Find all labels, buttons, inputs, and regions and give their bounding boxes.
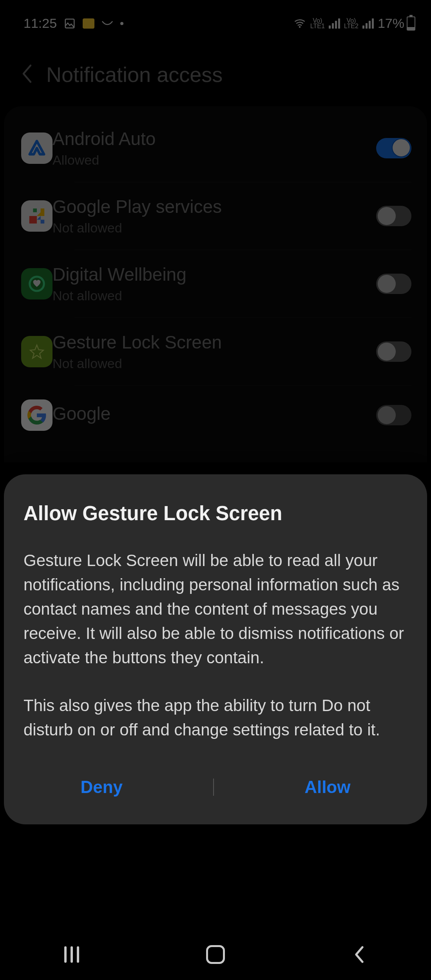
toggle-play-services[interactable] [376,206,411,226]
nav-recents-button[interactable] [60,943,83,966]
dialog-para1: Gesture Lock Screen will be able to read… [24,548,407,670]
toggle-wellbeing[interactable] [376,274,411,294]
allow-button[interactable]: Allow [281,766,374,809]
wellbeing-icon [21,268,53,299]
mail-notif-icon [83,18,94,29]
signal2-icon [362,18,374,29]
volte1-icon: Vo)LTE1 [310,18,325,29]
dialog-title: Allow Gesture Lock Screen [24,502,407,525]
google-icon [21,399,53,431]
dialog-separator [213,779,214,796]
app-name: Google [53,403,376,424]
nav-home-button[interactable] [204,943,227,966]
app-list: Android Auto Allowed Google Play service… [4,106,427,462]
play-services-icon [21,200,53,232]
dialog-body: Gesture Lock Screen will be able to read… [24,548,407,742]
toggle-gesture-lock[interactable] [376,341,411,362]
app-row-play-services[interactable]: Google Play services Not allowed [4,182,427,250]
battery-indicator: 17% [378,16,415,31]
app-name: Google Play services [53,196,376,217]
toggle-android-auto[interactable] [376,138,411,158]
toggle-google[interactable] [376,405,411,425]
app-status: Not allowed [53,288,376,303]
gesture-lock-icon [21,336,53,367]
deny-button[interactable]: Deny [57,766,147,809]
permission-dialog: Allow Gesture Lock Screen Gesture Lock S… [4,474,427,824]
image-notif-icon [63,17,76,30]
signal1-icon [329,18,340,29]
app-row-android-auto[interactable]: Android Auto Allowed [4,114,427,182]
navigation-bar [0,929,431,980]
clock: 11:25 [24,16,57,31]
app-status: Not allowed [53,220,376,236]
wifi-icon [293,17,306,30]
svg-point-1 [299,26,301,28]
app-row-google[interactable]: Google [4,385,427,462]
page-title: Notification access [46,62,223,87]
app-name: Digital Wellbeing [53,264,376,285]
amazon-notif-icon [101,17,114,30]
nav-back-button[interactable] [348,943,371,966]
app-row-wellbeing[interactable]: Digital Wellbeing Not allowed [4,250,427,318]
app-name: Gesture Lock Screen [53,332,376,353]
app-status: Not allowed [53,356,376,371]
dialog-actions: Deny Allow [24,766,407,809]
android-auto-icon [21,132,53,164]
page-header: Notification access [0,31,431,106]
back-button[interactable] [20,63,34,86]
app-status: Allowed [53,152,376,168]
more-notif-dot [120,22,123,25]
dialog-para2: This also gives the app the ability to t… [24,693,407,742]
app-row-gesture-lock[interactable]: Gesture Lock Screen Not allowed [4,318,427,385]
volte2-icon: Vo)LTE2 [344,18,359,29]
app-name: Android Auto [53,128,376,149]
status-bar: 11:25 Vo)LTE1 Vo)LTE2 17% [0,0,431,31]
